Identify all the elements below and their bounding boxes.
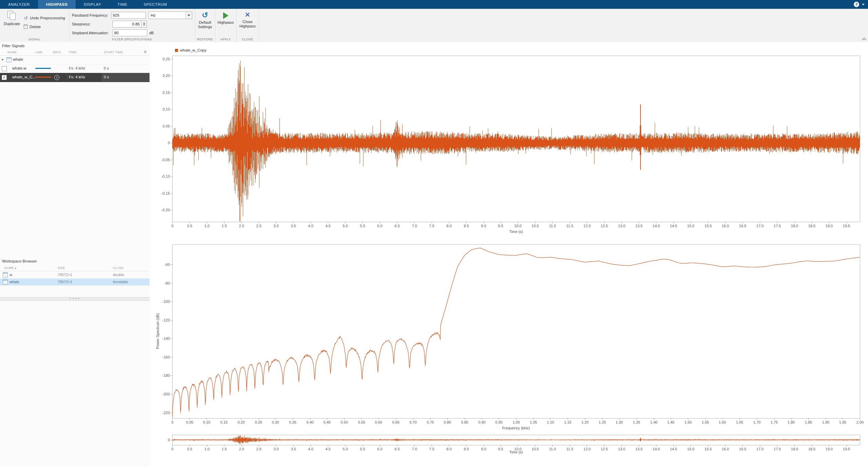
default-settings-button[interactable]: ↺ Default Settings <box>196 12 214 29</box>
run-icon <box>223 12 229 19</box>
duplicate-button[interactable]: Duplicate <box>2 11 22 26</box>
stopband-attenuation-input[interactable] <box>113 30 147 36</box>
tab-display[interactable]: DISPLAY <box>76 0 109 9</box>
section-label-apply: APPLY <box>215 38 236 41</box>
section-label-signal: SIGNAL <box>0 38 69 41</box>
close-icon: ✕ <box>245 12 250 18</box>
toolstrip-collapse-icon[interactable] <box>863 37 865 40</box>
stopband-attenuation-label: Stopband Attenuation: <box>72 31 113 35</box>
workspace-row-whale[interactable]: whale 79572×1 timetable <box>0 278 150 286</box>
steepness-input[interactable] <box>113 21 141 27</box>
col-time: TIME <box>69 51 77 54</box>
var-name: whale <box>9 280 19 284</box>
workspace-table-header: NAME ▴ SIZE CLASS <box>0 265 150 271</box>
help-icon[interactable]: ? <box>854 2 859 7</box>
checkbox-checked[interactable]: ✓ <box>2 75 7 80</box>
signal-group-row[interactable]: ▾ whale <box>0 55 150 64</box>
info-icon[interactable]: i <box>54 75 59 80</box>
filter-signals-panel: Filter Signals NAME LINE INFO TIME START… <box>0 42 150 467</box>
delete-button[interactable]: Delete <box>24 24 41 29</box>
legend-swatch <box>175 49 178 52</box>
undo-icon: ↺ <box>24 16 28 20</box>
section-label-filter-specs: FILTER SPECIFICATIONS <box>69 38 195 41</box>
filter-signals-table-header: NAME LINE INFO TIME START TIME ⚙ <box>0 50 150 56</box>
steepness-label: Steepness: <box>72 22 113 26</box>
section-apply: Highpass APPLY <box>215 9 237 42</box>
tab-time[interactable]: TIME <box>109 0 135 9</box>
line-sample <box>35 68 51 69</box>
toolstrip-tabbar: ANALYZER HIGHPASS DISPLAY TIME SPECTRUM … <box>0 0 868 9</box>
time-plot-canvas[interactable] <box>153 54 867 242</box>
dropdown-caret-icon <box>185 12 192 19</box>
signal-name: whale.w <box>12 66 26 70</box>
frequency-unit-dropdown[interactable]: Hz <box>149 12 192 19</box>
timetable-icon <box>3 279 8 285</box>
close-highpass-button[interactable]: ✕ Close Highpass <box>238 12 257 28</box>
section-label-restore: RESTORE <box>195 38 215 41</box>
section-signal: Duplicate ↺ Undo Preprocessing Delete SI… <box>0 9 70 42</box>
signal-time: Fs: 4 kHz <box>69 66 85 70</box>
passband-frequency-input[interactable] <box>111 12 146 19</box>
undo-preprocessing-button[interactable]: ↺ Undo Preprocessing <box>24 16 65 20</box>
var-size: 79572×1 <box>58 280 72 284</box>
tab-spectrum[interactable]: SPECTRUM <box>136 0 175 9</box>
section-restore: ↺ Default Settings RESTORE <box>195 9 215 42</box>
signal-start: 0 s <box>104 75 109 79</box>
signal-analyzer-app: ANALYZER HIGHPASS DISPLAY TIME SPECTRUM … <box>0 0 868 467</box>
var-class: timetable <box>113 280 128 284</box>
signal-name: whale_w_C... <box>12 75 36 79</box>
signal-time: Fs: 4 kHz <box>69 75 85 79</box>
col-ws-size[interactable]: SIZE <box>58 266 65 270</box>
duplicate-icon <box>7 11 16 20</box>
line-sample <box>35 77 51 78</box>
toolstrip-toolbar: Duplicate ↺ Undo Preprocessing Delete SI… <box>0 9 868 42</box>
col-start-time: START TIME <box>104 51 123 54</box>
chevron-down-icon[interactable] <box>862 4 865 5</box>
stopband-unit-label: dB <box>149 31 154 35</box>
checkbox[interactable] <box>2 66 7 71</box>
section-filter-specs: Passband Frequency: Hz Steepness: Stopba… <box>69 9 195 42</box>
tab-analyzer[interactable]: ANALYZER <box>0 0 38 9</box>
table-icon <box>6 57 12 62</box>
signal-start: 0 s <box>104 66 109 70</box>
sort-asc-icon: ▴ <box>15 266 17 270</box>
workspace-browser-title: Workspace Browser <box>2 259 37 263</box>
group-name: whale <box>13 57 23 61</box>
apply-highpass-button[interactable]: Highpass <box>216 12 235 25</box>
var-name: w <box>9 273 12 277</box>
trash-icon <box>24 24 27 29</box>
col-name: NAME <box>7 51 17 54</box>
signal-row-whale-w[interactable]: whale.w Fs: 4 kHz 0 s <box>0 64 150 73</box>
signal-row-whale-w-copy[interactable]: ✓ whale_w_C... i Fs: 4 kHz 0 s <box>0 73 150 82</box>
restore-icon: ↺ <box>202 12 208 19</box>
col-ws-class[interactable]: CLASS <box>113 266 124 270</box>
panner-canvas[interactable] <box>153 432 867 467</box>
workspace-row-w[interactable]: w 79572×1 double <box>0 271 150 278</box>
col-line: LINE <box>35 51 43 54</box>
plot-legend: whale_w_Copy <box>175 48 206 52</box>
expand-caret-icon[interactable]: ▾ <box>2 58 3 61</box>
var-size: 79572×1 <box>58 273 72 277</box>
passband-frequency-label: Passband Frequency: <box>72 13 111 17</box>
gear-icon[interactable]: ⚙ <box>143 50 147 54</box>
section-label-close: CLOSE <box>236 38 259 41</box>
section-close: ✕ Close Highpass CLOSE <box>236 9 259 42</box>
spectrum-plot-canvas[interactable] <box>153 242 867 432</box>
filter-signals-title: Filter Signals <box>2 44 24 48</box>
steepness-stepper[interactable] <box>141 20 147 28</box>
panel-splitter[interactable] <box>0 297 150 301</box>
matrix-icon <box>3 272 8 277</box>
var-class: double <box>113 273 124 277</box>
tab-highpass[interactable]: HIGHPASS <box>38 0 76 9</box>
col-info: INFO <box>53 51 61 54</box>
col-ws-name[interactable]: NAME ▴ <box>4 266 16 270</box>
legend-label: whale_w_Copy <box>180 48 206 52</box>
